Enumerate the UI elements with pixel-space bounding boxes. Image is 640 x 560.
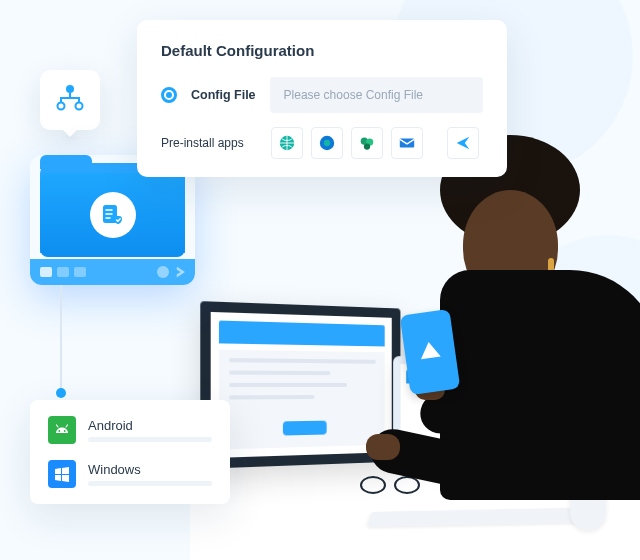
- platform-bar: [88, 481, 212, 486]
- chevron-right-icon[interactable]: [174, 267, 185, 278]
- preinstall-apps: [271, 127, 479, 159]
- config-file-field[interactable]: Please choose Config File: [270, 77, 483, 113]
- dock-dot-icon: [157, 266, 169, 278]
- hierarchy-icon: [55, 84, 85, 116]
- config-panel: Default Configuration Config File Please…: [137, 20, 507, 177]
- svg-point-0: [66, 85, 74, 93]
- windows-icon: [48, 460, 76, 488]
- checklist-shield-icon: [90, 192, 136, 238]
- svg-point-1: [58, 103, 65, 110]
- connector-dot: [56, 388, 66, 398]
- platform-card: Android Windows: [30, 400, 230, 504]
- android-icon: [48, 416, 76, 444]
- platform-name: Android: [88, 418, 212, 433]
- app-sharepoint[interactable]: [351, 127, 383, 159]
- config-file-label: Config File: [191, 88, 256, 102]
- preinstall-label: Pre-install apps: [161, 136, 257, 150]
- svg-point-12: [64, 430, 66, 432]
- app-mail[interactable]: [391, 127, 423, 159]
- folder-dock: [30, 259, 195, 285]
- platform-row-windows[interactable]: Windows: [48, 460, 212, 488]
- connector-line: [60, 285, 62, 395]
- config-file-placeholder: Please choose Config File: [284, 88, 423, 102]
- platform-row-android[interactable]: Android: [48, 416, 212, 444]
- panel-title: Default Configuration: [161, 42, 483, 59]
- hierarchy-card: [40, 70, 100, 130]
- config-file-radio[interactable]: [161, 87, 177, 103]
- marketing-photo: [190, 120, 640, 560]
- platform-name: Windows: [88, 462, 212, 477]
- app-browser-globe[interactable]: [271, 127, 303, 159]
- app-airdroid[interactable]: [311, 127, 343, 159]
- svg-point-9: [364, 143, 370, 149]
- svg-rect-10: [400, 139, 414, 148]
- platform-bar: [88, 437, 212, 442]
- app-send[interactable]: [447, 127, 479, 159]
- person-illustration: [360, 140, 640, 500]
- svg-point-11: [58, 430, 60, 432]
- svg-point-2: [76, 103, 83, 110]
- svg-point-6: [324, 140, 330, 146]
